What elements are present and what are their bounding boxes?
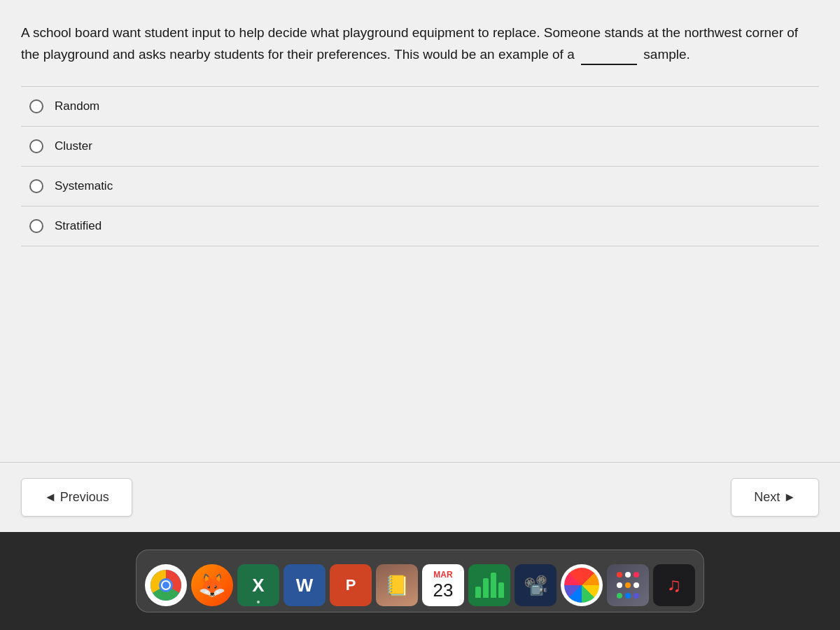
radio-systematic[interactable] [29, 179, 43, 193]
quiz-container: A school board want student input to hel… [0, 0, 840, 463]
dock-keynote-icon[interactable]: 📽️ [514, 564, 556, 606]
question-text: A school board want student input to hel… [21, 22, 819, 65]
option-systematic[interactable]: Systematic [21, 167, 819, 206]
excel-dot [257, 601, 260, 603]
next-label: Next ► [754, 490, 796, 505]
radio-cluster[interactable] [29, 139, 43, 153]
dock-excel-icon[interactable]: X [237, 564, 279, 606]
option-label-systematic: Systematic [55, 179, 113, 193]
calendar-month: MAR [433, 570, 452, 580]
dock-calendar-icon[interactable]: MAR 23 [422, 564, 464, 606]
dock-numbers-icon[interactable] [468, 564, 510, 606]
option-label-cluster: Cluster [55, 139, 92, 153]
dock-music-icon[interactable]: ♫ [653, 564, 695, 606]
option-cluster[interactable]: Cluster [21, 127, 819, 167]
calendar-day: 23 [433, 580, 454, 601]
dock-photos-icon[interactable] [561, 564, 603, 606]
next-button[interactable]: Next ► [731, 478, 819, 517]
question-suffix: sample. [643, 47, 690, 62]
blank-line [581, 43, 637, 64]
radio-stratified[interactable] [29, 219, 43, 233]
dock-firefox-icon[interactable]: 🦊 [191, 564, 233, 606]
options-list: Random Cluster Systematic Stratified [21, 86, 819, 246]
option-label-stratified: Stratified [55, 219, 102, 233]
option-label-random: Random [55, 99, 99, 113]
screen: A school board want student input to hel… [0, 0, 840, 630]
dock-contacts-icon[interactable]: 📒 [376, 564, 418, 606]
dock-chrome-icon[interactable] [145, 564, 187, 606]
previous-label: ◄ Previous [44, 490, 109, 505]
bar-chart [475, 573, 504, 598]
svg-point-4 [162, 582, 169, 589]
dock-word-icon[interactable]: W [284, 564, 326, 606]
dock-launchpad-icon[interactable] [607, 564, 649, 606]
radio-random[interactable] [29, 99, 43, 113]
dock-area: 🦊 X W P 📒 MAR 23 [0, 532, 840, 630]
photos-wheel [564, 568, 599, 603]
dock-bar: 🦊 X W P 📒 MAR 23 [136, 550, 704, 612]
nav-bar: ◄ Previous Next ► [0, 463, 840, 532]
option-random[interactable]: Random [21, 87, 819, 127]
previous-button[interactable]: ◄ Previous [21, 478, 132, 517]
option-stratified[interactable]: Stratified [21, 206, 819, 246]
dock-ppt-icon[interactable]: P [330, 564, 372, 606]
